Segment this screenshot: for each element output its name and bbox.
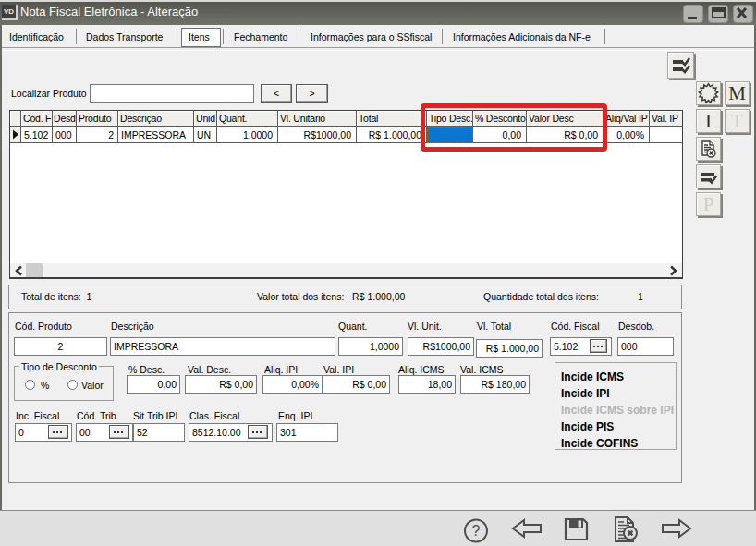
svg-text:?: ? — [472, 523, 481, 539]
